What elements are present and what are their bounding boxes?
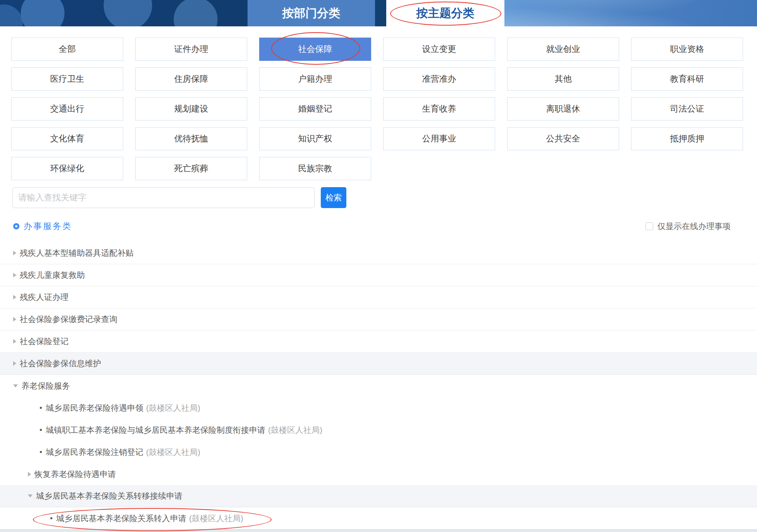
category-button[interactable]: 户籍办理 [259,67,371,91]
service-tree-row[interactable]: 残疾儿童康复救助 [0,264,757,286]
chevron-down-icon [28,494,33,498]
service-tree-row[interactable]: 城乡居民基本养老保险关系转入申请 (鼓楼区人社局) [0,507,757,529]
service-tree-row[interactable]: 养老保险服务 [0,375,757,397]
service-tree-row[interactable]: 恢复养老保险待遇申请 [0,463,757,485]
chevron-right-icon [13,273,16,277]
service-type-selector[interactable]: 办事服务类 [13,220,72,232]
category-button[interactable]: 知识产权 [259,127,371,150]
category-button[interactable]: 全部 [11,38,123,61]
online-only-filter[interactable]: 仅显示在线办理事项 [645,221,731,232]
page-bottom-divider [0,529,757,532]
chevron-down-icon [13,384,18,387]
category-grid: 全部证件办理社会保障设立变更就业创业职业资格医疗卫生住房保障户籍办理准营准办其他… [11,38,743,180]
chevron-right-icon [13,339,16,344]
service-label: 城乡居民基本养老保险关系转移接续申请 [36,491,182,501]
service-tree-row[interactable]: 社会保险登记 [0,331,757,353]
service-label: 残疾儿童康复救助 [20,270,85,281]
category-button[interactable]: 公用事业 [383,127,495,150]
bullet-icon [50,517,52,519]
service-label: 社会保险登记 [20,336,69,347]
banner: 按部门分类 按主题分类 [0,0,757,26]
service-label: 养老保险服务 [21,380,70,391]
service-label: 城乡居民养老保险注销登记 [46,447,143,458]
category-button[interactable]: 住房保障 [135,67,247,91]
bullet-icon [40,451,42,453]
category-button[interactable]: 环保绿化 [11,157,123,180]
service-org-label: (鼓楼区人社局) [189,513,243,524]
annotation-ellipse [271,32,360,65]
service-list: 残疾人基本型辅助器具适配补贴 残疾儿童康复救助 残疾人证办理 社会保险参保缴费记… [0,242,757,529]
category-button[interactable]: 交通出行 [11,97,123,121]
service-label: 城镇职工基本养老保险与城乡居民基本养老保险制度衔接申请 [46,425,265,436]
bullet-icon [40,429,42,431]
section-row: 办事服务类 仅显示在线办理事项 [13,220,731,232]
category-button[interactable]: 设立变更 [383,38,495,61]
service-label: 社会保险参保缴费记录查询 [20,314,117,325]
service-org-label: (鼓楼区人社局) [146,403,200,413]
chevron-right-icon [28,472,31,477]
service-tree-row[interactable]: 社会保险参保缴费记录查询 [0,308,757,331]
category-button[interactable]: 教育科研 [631,67,743,91]
service-tree-row[interactable]: 城乡居民基本养老保险关系转移接续申请 [0,485,757,507]
category-button[interactable]: 准营准办 [383,67,495,91]
category-button[interactable]: 就业创业 [507,38,619,61]
service-org-label: (鼓楼区人社局) [268,425,322,436]
category-button[interactable]: 离职退休 [507,97,619,121]
chevron-right-icon [13,295,16,300]
tab-by-theme-label: 按主题分类 [416,5,475,21]
section-title: 办事服务类 [24,220,72,232]
category-button[interactable]: 其他 [507,67,619,91]
tab-by-department-label: 按部门分类 [282,5,341,21]
category-button[interactable]: 司法公证 [631,97,743,121]
category-button[interactable]: 社会保障 [259,38,371,61]
online-only-checkbox[interactable] [645,222,653,230]
category-button[interactable]: 优待抚恤 [135,127,247,150]
tab-by-department[interactable]: 按部门分类 [248,0,375,26]
search-button[interactable]: 检索 [321,187,346,208]
banner-photo-left [0,0,248,26]
service-label: 残疾人证办理 [20,292,69,303]
category-button[interactable]: 证件办理 [135,38,247,61]
bullet-icon [40,407,42,409]
service-org-label: (鼓楼区人社局) [146,447,200,458]
radio-selected-icon[interactable] [13,223,19,229]
category-button[interactable]: 死亡殡葬 [135,157,247,180]
category-button[interactable]: 民族宗教 [259,157,371,180]
search-row: 检索 [12,187,757,208]
tab-by-theme[interactable]: 按主题分类 [386,0,504,26]
category-button[interactable]: 职业资格 [631,38,743,61]
service-tree-row[interactable]: 社会保险参保信息维护 [0,353,757,375]
service-tree-row[interactable]: 城乡居民养老保险注销登记 (鼓楼区人社局) [0,441,757,463]
category-button[interactable]: 公共安全 [507,127,619,150]
chevron-right-icon [13,317,16,322]
category-button[interactable]: 抵押质押 [631,127,743,150]
service-label: 社会保险参保信息维护 [20,358,101,369]
search-input[interactable] [12,187,315,208]
category-button[interactable]: 生育收养 [383,97,495,121]
online-only-label: 仅显示在线办理事项 [657,221,731,232]
service-label: 城乡居民基本养老保险关系转入申请 [56,513,186,524]
banner-photo-right [504,0,757,26]
category-button[interactable]: 规划建设 [135,97,247,121]
chevron-right-icon [13,251,16,255]
chevron-right-icon [13,361,16,366]
service-tree-row[interactable]: 城镇职工基本养老保险与城乡居民基本养老保险制度衔接申请 (鼓楼区人社局) [0,419,757,441]
service-label: 恢复养老保险待遇申请 [34,469,116,480]
service-label: 城乡居民养老保险待遇申领 [46,403,143,413]
service-tree-row[interactable]: 残疾人基本型辅助器具适配补贴 [0,242,757,264]
category-button[interactable]: 文化体育 [11,127,123,150]
category-button[interactable]: 婚姻登记 [259,97,371,121]
service-label: 残疾人基本型辅助器具适配补贴 [20,248,134,258]
category-button[interactable]: 医疗卫生 [11,67,123,91]
service-tree-row[interactable]: 城乡居民养老保险待遇申领 (鼓楼区人社局) [0,397,757,419]
service-tree-row[interactable]: 残疾人证办理 [0,286,757,308]
